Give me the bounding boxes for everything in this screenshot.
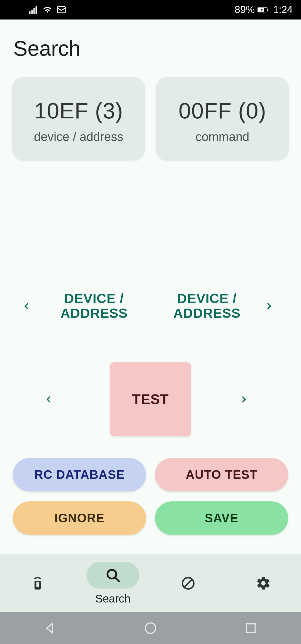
svg-line-6 (184, 579, 192, 587)
wifi-icon (42, 4, 53, 15)
svg-line-4 (115, 577, 119, 581)
device-prev-button[interactable] (22, 300, 36, 312)
block-icon (181, 576, 196, 591)
signal-icon (28, 4, 39, 15)
chevron-right-icon (265, 300, 279, 312)
svg-rect-2 (267, 9, 268, 11)
status-bar-right: 89% 1:24 (235, 4, 293, 16)
svg-rect-1 (258, 8, 264, 12)
nav-search-label: Search (95, 592, 131, 605)
android-back-button[interactable] (40, 618, 60, 638)
save-button[interactable]: SAVE (155, 501, 288, 535)
device-card-value: 10EF (3) (18, 98, 139, 124)
android-home-button[interactable] (141, 618, 160, 638)
command-card[interactable]: 00FF (0) command (156, 77, 289, 160)
device-stepper-label-left[interactable]: DEVICE / ADDRESS (39, 291, 149, 321)
gear-icon (256, 576, 271, 591)
nav-search[interactable]: Search (75, 562, 151, 605)
ignore-label: IGNORE (54, 511, 105, 525)
chevron-left-icon (22, 300, 36, 312)
chevron-left-icon (45, 393, 61, 406)
status-bar-left (28, 4, 67, 15)
action-buttons: RC DATABASE AUTO TEST IGNORE SAVE (0, 436, 301, 554)
android-nav-bar (0, 612, 301, 644)
circle-home-icon (144, 621, 157, 635)
test-button[interactable]: TEST (110, 362, 191, 436)
clock-text: 1:24 (273, 4, 293, 16)
battery-icon (258, 4, 269, 15)
remote-icon (30, 576, 45, 591)
auto-test-button[interactable]: AUTO TEST (155, 458, 288, 491)
page-header: Search (0, 19, 301, 72)
test-button-label: TEST (132, 391, 169, 408)
bottom-nav: Search (0, 554, 301, 612)
nav-block[interactable] (151, 570, 226, 597)
device-card[interactable]: 10EF (3) device / address (12, 77, 145, 160)
svg-rect-9 (247, 624, 255, 633)
svg-marker-7 (47, 624, 53, 633)
test-prev-button[interactable] (45, 393, 61, 406)
battery-percent: 89% (235, 4, 255, 16)
nav-settings[interactable] (226, 570, 301, 597)
search-icon (105, 567, 121, 583)
test-row: TEST (0, 362, 301, 436)
device-card-sub: device / address (18, 130, 139, 144)
svg-point-8 (145, 623, 156, 633)
device-next-button[interactable] (265, 300, 279, 312)
page-title: Search (13, 36, 288, 60)
cards-row: 10EF (3) device / address 00FF (0) comma… (0, 72, 301, 160)
ignore-button[interactable]: IGNORE (13, 501, 146, 535)
command-card-value: 00FF (0) (162, 98, 283, 124)
status-bar: 89% 1:24 (0, 0, 301, 19)
command-card-sub: command (162, 130, 283, 144)
rc-database-button[interactable]: RC DATABASE (13, 458, 146, 491)
device-stepper-label-right[interactable]: DEVICE / ADDRESS (152, 291, 262, 321)
mail-icon (56, 4, 67, 15)
test-next-button[interactable] (240, 393, 256, 406)
android-recent-button[interactable] (241, 618, 261, 638)
auto-test-label: AUTO TEST (186, 468, 258, 482)
triangle-back-icon (43, 621, 57, 635)
save-label: SAVE (205, 511, 239, 525)
chevron-right-icon (240, 393, 256, 406)
nav-remote[interactable] (0, 570, 75, 597)
device-stepper-row: DEVICE / ADDRESS DEVICE / ADDRESS (0, 291, 301, 321)
rc-database-label: RC DATABASE (34, 468, 125, 482)
square-recent-icon (244, 622, 257, 635)
